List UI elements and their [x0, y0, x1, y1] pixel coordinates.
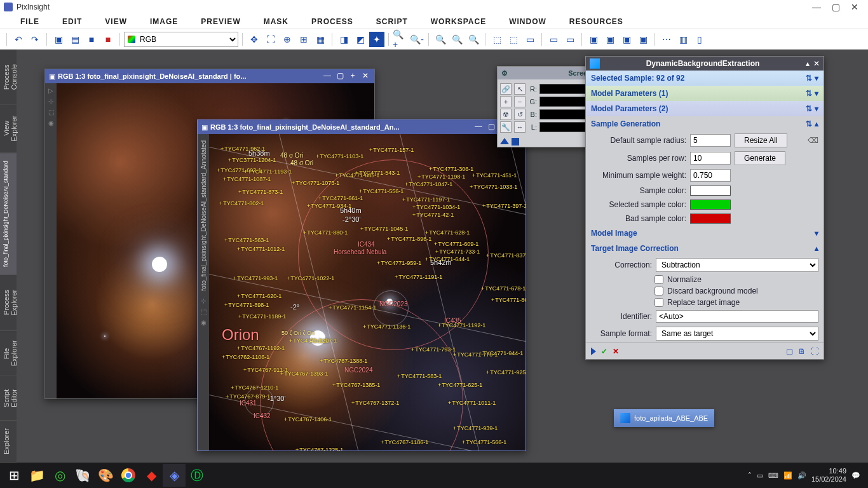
win-min-icon[interactable]: — [322, 71, 332, 81]
minimized-image-tile[interactable]: foto_apilada_ABE_ABE [614, 409, 714, 427]
tab-view-explorer-image1[interactable]: foto_final_pixinsight_DeNoiseAI_standard [0, 153, 17, 275]
zoom-in-icon[interactable]: + [500, 96, 512, 107]
app-icon[interactable]: ◎ [48, 464, 71, 487]
tool-icon[interactable]: ▤ [67, 32, 83, 47]
reset-icon[interactable]: ↺ [514, 109, 526, 120]
selection-icon[interactable]: ⬚ [506, 32, 521, 47]
new-instance-icon[interactable] [512, 138, 519, 146]
tool-icon[interactable]: ■ [100, 32, 116, 47]
app-icon[interactable]: ◆ [140, 464, 163, 487]
menu-view[interactable]: VIEW [93, 17, 139, 26]
image-window-2-canvas[interactable]: Orion IC434 Horsehead Nebula NGC2023 NGC… [209, 134, 526, 451]
paint-icon[interactable]: 🎨 [94, 464, 117, 487]
undo-icon[interactable]: ↶ [11, 32, 26, 47]
mask-icon[interactable]: ◨ [336, 32, 351, 47]
system-tray[interactable]: ˄ ▭ ⌨ 📶 🔊 10:49 15/02/2024 💬 [748, 467, 865, 484]
redo-icon[interactable]: ↷ [27, 32, 43, 47]
selection-icon[interactable]: ▭ [522, 32, 538, 47]
win-close-icon[interactable]: ✕ [360, 71, 370, 81]
section-model-image[interactable]: Model Image ▾ [586, 226, 824, 241]
menu-window[interactable]: WINDOW [498, 17, 558, 26]
keyboard-icon[interactable]: ⌨ [768, 471, 778, 480]
stf-icon[interactable]: ✦ [369, 32, 384, 47]
section-model-params-1[interactable]: Model Parameters (1) ⇅▾ [586, 86, 824, 101]
reset-icon[interactable]: ⛶ [811, 347, 818, 356]
tool-icon[interactable]: ⋯ [659, 32, 674, 47]
select-correction[interactable]: Subtraction [656, 258, 818, 272]
tool-icon[interactable]: ▯ [692, 32, 707, 47]
input-minw[interactable] [690, 169, 731, 182]
check-replace[interactable] [654, 298, 663, 307]
dbe-close-icon[interactable]: ✕ [813, 59, 820, 68]
swatch-sample-color[interactable] [690, 186, 731, 196]
menu-workspace[interactable]: WORKSPACE [419, 17, 498, 26]
menu-image[interactable]: IMAGE [139, 17, 189, 26]
grid-icon[interactable]: ▦ [313, 32, 328, 47]
swatch-selected-color[interactable] [690, 200, 731, 210]
win-plus-icon[interactable]: + [348, 71, 358, 81]
mask-icon[interactable]: ◩ [353, 32, 368, 47]
check-discard[interactable] [654, 287, 663, 295]
apply-icon[interactable] [500, 138, 509, 144]
cancel-icon[interactable]: ✕ [613, 347, 619, 356]
tool-icon[interactable]: ■ [84, 32, 99, 47]
zoom-out-icon[interactable]: 🔍- [409, 32, 424, 47]
tool-icon[interactable]: ▣ [635, 32, 651, 47]
zoom-in-icon[interactable]: 🔍+ [393, 32, 408, 47]
link-icon[interactable]: 🔗 [500, 83, 512, 95]
volume-icon[interactable]: 🔊 [797, 471, 806, 480]
tab-view-explorer[interactable]: View Explorer [0, 105, 17, 153]
section-selected-sample[interactable]: Selected Sample: 92 of 92 ⇅▾ [586, 71, 824, 86]
input-radius[interactable] [690, 134, 731, 147]
zoom-icon[interactable]: 🔍 [449, 32, 465, 47]
move-icon[interactable]: ✥ [247, 32, 262, 47]
app-icon[interactable]: Ⓓ [186, 464, 208, 487]
image-window-1-header[interactable]: ▣ RGB 1:3 foto_final_pixinsight_DeNoiseA… [45, 69, 374, 83]
center-icon[interactable]: ⊕ [280, 32, 295, 47]
image-window-2[interactable]: ▣ RGB 1:3 foto_final_pixinsight_DeNoiseA… [197, 119, 526, 451]
win-max-icon[interactable]: ▢ [335, 71, 345, 81]
tool-icon[interactable]: ▣ [619, 32, 634, 47]
close-button[interactable]: ✕ [845, 2, 864, 12]
stretch-icon[interactable]: ↔ [514, 121, 526, 133]
menu-mask[interactable]: MASK [252, 17, 300, 26]
battery-icon[interactable]: ▭ [757, 471, 763, 480]
check-normalize[interactable] [654, 275, 663, 284]
section-sample-generation[interactable]: Sample Generation ⇅▴ [586, 116, 824, 132]
win-min-icon[interactable]: — [473, 122, 484, 132]
maximize-button[interactable]: ▢ [826, 2, 845, 12]
menu-file[interactable]: FILE [9, 17, 51, 26]
channel-select[interactable]: RGB [124, 32, 238, 47]
tool-icon[interactable]: ▣ [51, 32, 66, 47]
tool-icon[interactable]: ▣ [602, 32, 618, 47]
delete-icon[interactable]: ⌫ [808, 136, 818, 145]
generate-button[interactable]: Generate [735, 151, 785, 165]
menu-preview[interactable]: PREVIEW [189, 17, 252, 26]
zoom-icon[interactable]: 🔍 [433, 32, 448, 47]
win-max-icon[interactable]: ▢ [486, 122, 496, 132]
explorer-icon[interactable]: 📁 [25, 464, 48, 487]
square-icon[interactable]: ▢ [786, 347, 793, 356]
fit-icon[interactable]: ⛶ [263, 32, 278, 47]
doc-icon[interactable]: 🗎 [798, 347, 806, 356]
resize-all-button[interactable]: Resize All [735, 133, 787, 147]
clock[interactable]: 10:49 15/02/2024 [811, 467, 846, 484]
image-window-2-header[interactable]: ▣ RGB 1:3 foto_final_pixinsight_DeNoiseA… [198, 120, 526, 134]
grid-icon[interactable]: ⊞ [296, 32, 311, 47]
start-button[interactable]: ⊞ [3, 464, 25, 487]
input-identifier[interactable] [656, 310, 818, 323]
dbe-collapse-icon[interactable]: ▴ [806, 59, 810, 68]
tab-script-editor[interactable]: Script Editor [0, 376, 17, 421]
menu-process[interactable]: PROCESS [300, 17, 365, 26]
swatch-bad-color[interactable] [690, 214, 731, 224]
section-model-params-2[interactable]: Model Parameters (2) ⇅▾ [586, 101, 824, 116]
dbe-header[interactable]: DynamicBackgroundExtraction ▴ ✕ [586, 57, 824, 71]
check-icon[interactable]: ✓ [601, 347, 607, 356]
selection-icon[interactable]: ⬚ [489, 32, 505, 47]
pointer-icon[interactable]: ↖ [514, 83, 526, 95]
tab-file-explorer[interactable]: File Explorer [0, 331, 17, 376]
zoom-out-icon[interactable]: − [514, 96, 526, 107]
tab-explorer[interactable]: Explorer [0, 421, 17, 463]
tool-icon[interactable]: ▣ [586, 32, 601, 47]
chrome-icon[interactable] [117, 464, 140, 487]
